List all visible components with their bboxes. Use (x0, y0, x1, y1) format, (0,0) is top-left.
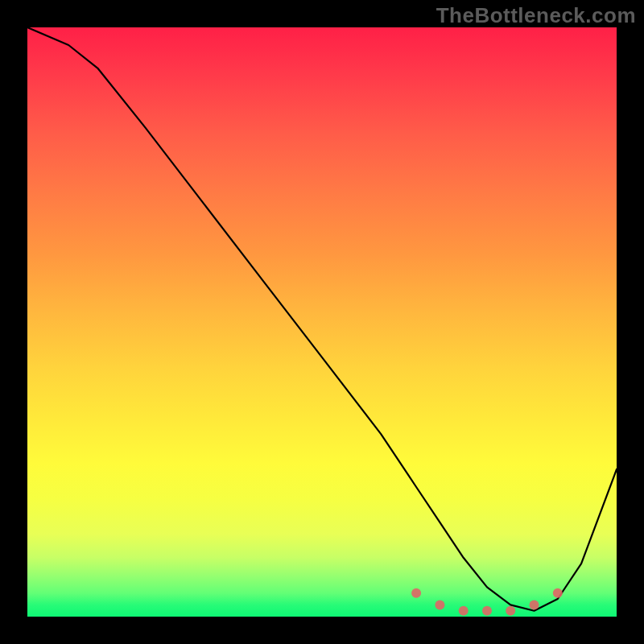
plot-area (27, 27, 617, 617)
minimum-markers (411, 588, 563, 616)
marker-dot (506, 606, 515, 616)
marker-dot (553, 588, 563, 598)
marker-dot (530, 600, 539, 609)
marker-dot (459, 606, 469, 616)
bottleneck-curve (27, 27, 617, 611)
watermark-label: TheBottleneck.com (436, 3, 636, 28)
curve-layer (27, 27, 617, 617)
marker-dot (411, 588, 421, 598)
marker-dot (435, 600, 444, 609)
marker-dot (482, 606, 492, 616)
chart-frame: TheBottleneck.com (0, 0, 644, 644)
